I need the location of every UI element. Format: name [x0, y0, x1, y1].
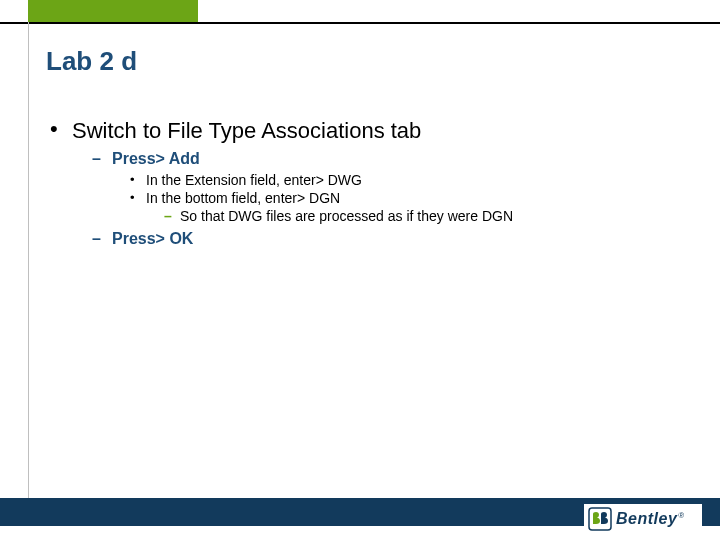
bullet-text: Press> Add: [112, 150, 200, 167]
bentley-logo-mark-icon: [588, 507, 612, 531]
bullet-lvl4: So that DWG files are processed as if th…: [164, 208, 686, 224]
slide: Lab 2 d Switch to File Type Associations…: [0, 0, 720, 540]
slide-content: Switch to File Type Associations tab Pre…: [46, 118, 686, 252]
bullet-lvl1: Switch to File Type Associations tab Pre…: [46, 118, 686, 248]
bullet-lvl2: Press> OK: [92, 230, 686, 248]
logo-name: Bentley: [616, 510, 677, 527]
left-rule: [28, 22, 29, 500]
header-rule: [0, 22, 720, 24]
bentley-logo: Bentley®: [584, 504, 702, 534]
svg-rect-0: [589, 508, 611, 530]
bullet-text: Press> OK: [112, 230, 193, 247]
bullet-text: So that DWG files are processed as if th…: [180, 208, 513, 224]
bullet-lvl3: In the bottom field, enter> DGN So that …: [130, 190, 686, 224]
bullet-lvl3: In the Extension field, enter> DWG: [130, 172, 686, 188]
header-accent-bar: [28, 0, 198, 22]
bullet-text: Switch to File Type Associations tab: [72, 118, 421, 143]
bullet-text: In the Extension field, enter> DWG: [146, 172, 362, 188]
logo-registered: ®: [678, 511, 684, 520]
bullet-lvl2: Press> Add In the Extension field, enter…: [92, 150, 686, 224]
bentley-logo-text: Bentley®: [616, 510, 685, 528]
slide-title: Lab 2 d: [46, 46, 137, 77]
bullet-text: In the bottom field, enter> DGN: [146, 190, 340, 206]
